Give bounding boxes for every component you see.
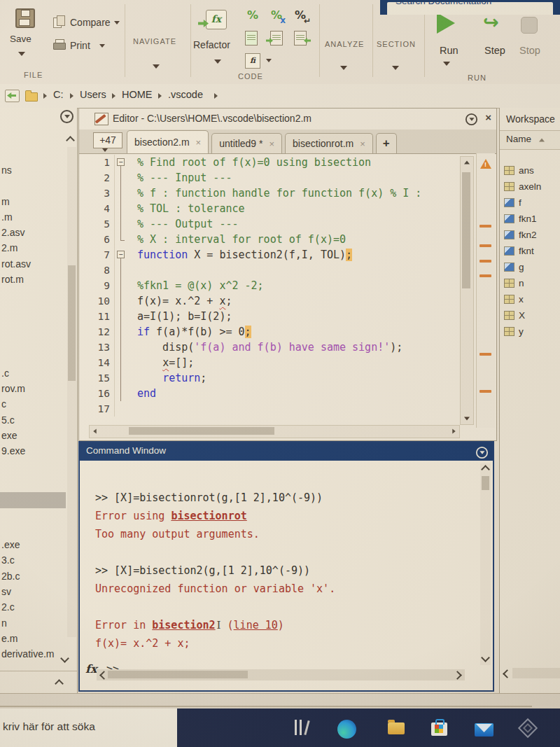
editor-tab[interactable]: bisection2.m×: [127, 130, 209, 153]
code-line[interactable]: 15 return;: [89, 370, 458, 386]
workspace-row[interactable]: y: [504, 323, 560, 340]
file-item[interactable]: ns: [0, 165, 66, 180]
file-item[interactable]: [0, 336, 66, 351]
workspace-row[interactable]: fknt: [504, 243, 560, 259]
compare-dropdown-icon[interactable]: [114, 21, 120, 25]
fold-gutter[interactable]: −: [114, 155, 127, 170]
scroll-up-icon[interactable]: [464, 161, 470, 165]
run-dropdown-icon[interactable]: [443, 62, 450, 66]
file-item[interactable]: 3.c: [0, 554, 66, 570]
workspace-horizontal-scrollbar[interactable]: [512, 668, 560, 678]
error-link[interactable]: bisection2: [152, 619, 215, 631]
file-item[interactable]: [0, 289, 66, 305]
code-editor[interactable]: 1−% Find root of f(x)=0 using bisection2…: [89, 155, 458, 417]
scrollbar-thumb[interactable]: [482, 476, 489, 490]
editor-close-icon[interactable]: ×: [485, 111, 491, 123]
refactor-button[interactable]: Refactor: [193, 39, 230, 50]
file-item[interactable]: [0, 461, 66, 477]
step-button[interactable]: Step: [484, 45, 505, 56]
wrap-comments-icon[interactable]: %↵: [291, 8, 309, 25]
navigate-group-button[interactable]: NAVIGATE: [133, 37, 176, 46]
file-item[interactable]: 2b.c: [0, 571, 66, 586]
new-tab-button[interactable]: +: [376, 133, 397, 153]
code-line[interactable]: 2% --- Input ---: [89, 170, 458, 186]
file-item[interactable]: rot.asv: [0, 258, 66, 274]
sidebar-scrollbar-thumb[interactable]: [68, 265, 76, 381]
line-jump-badge[interactable]: +47: [93, 132, 122, 148]
command-window-body[interactable]: , , , , >> [X]=bisectionrot(g,[1 2],10^(…: [80, 461, 493, 690]
editor-menu-icon[interactable]: [465, 113, 477, 125]
save-icon[interactable]: [15, 8, 35, 28]
crumb-arrow-icon[interactable]: [112, 93, 115, 99]
code-line[interactable]: 7−function X = bisection2(f,I, TOL);: [89, 247, 458, 263]
save-dropdown-icon[interactable]: [18, 52, 25, 56]
file-item[interactable]: 2.m: [0, 242, 66, 258]
comment-icon[interactable]: %: [244, 8, 262, 25]
workspace-row[interactable]: fkn2: [504, 227, 560, 243]
scroll-left-icon[interactable]: [503, 669, 512, 678]
analyzer-marker[interactable]: [479, 274, 491, 277]
warning-icon[interactable]: [480, 159, 491, 169]
analyze-group-button[interactable]: ANALYZE: [325, 40, 364, 48]
tab-close-icon[interactable]: ×: [360, 139, 365, 149]
collapse-icon[interactable]: −: [117, 158, 125, 166]
save-button[interactable]: Save: [10, 34, 31, 44]
run-icon[interactable]: [437, 13, 455, 34]
breadcrumb-item-drive[interactable]: C:: [53, 89, 64, 100]
browse-folder-icon[interactable]: [5, 90, 20, 102]
uncomment-icon[interactable]: %x: [267, 8, 286, 25]
file-item[interactable]: 5.c: [0, 414, 66, 430]
file-item[interactable]: [0, 305, 66, 321]
command-horizontal-scrollbar[interactable]: [97, 669, 465, 680]
indent-right-icon[interactable]: [270, 31, 283, 46]
breadcrumb-item-users[interactable]: Users: [80, 89, 106, 100]
analyze-dropdown-icon[interactable]: [340, 66, 347, 70]
command-window-menu-icon[interactable]: [476, 447, 488, 459]
editor-tab[interactable]: bisectionrot.m×: [285, 133, 373, 153]
search-documentation-input[interactable]: Search Documentation: [387, 2, 553, 15]
code-line[interactable]: 6% X : interval for root of f(x)=0: [89, 232, 458, 247]
code-line[interactable]: 8: [89, 263, 458, 278]
file-item[interactable]: [0, 180, 66, 195]
compare-button[interactable]: Compare: [70, 17, 111, 28]
function-indent-icon[interactable]: fi: [245, 53, 260, 69]
crumb-arrow-icon[interactable]: [43, 93, 47, 99]
file-item[interactable]: 9.exe: [0, 445, 66, 461]
indent-dropdown-icon[interactable]: [266, 59, 272, 62]
fx-prompt-icon[interactable]: fx: [85, 662, 97, 676]
microsoft-store-icon[interactable]: [431, 722, 447, 736]
file-item[interactable]: .exe: [0, 539, 66, 554]
code-line[interactable]: 14 x=[];: [89, 355, 458, 370]
app-cube-icon[interactable]: [518, 718, 538, 738]
file-item[interactable]: [0, 524, 66, 539]
panel-menu-icon[interactable]: [60, 110, 74, 123]
scroll-right-icon[interactable]: [452, 428, 456, 433]
sort-ascending-icon[interactable]: [539, 139, 545, 142]
file-item[interactable]: [0, 321, 66, 336]
workspace-row[interactable]: axeln: [504, 179, 560, 195]
run-button[interactable]: Run: [440, 45, 458, 56]
file-item[interactable]: .m: [0, 211, 66, 227]
file-item[interactable]: 2.asv: [0, 227, 66, 242]
collapse-panel-icon[interactable]: [55, 679, 64, 688]
scrollbar-thumb[interactable]: [108, 671, 248, 678]
print-button[interactable]: Print: [70, 40, 90, 51]
workspace-row[interactable]: g: [504, 259, 560, 275]
file-item[interactable]: sv: [0, 586, 66, 601]
code-line[interactable]: 9%fkn1 = @(x) x^2 -2;: [89, 278, 458, 293]
file-item[interactable]: [0, 352, 66, 368]
taskbar-search-input[interactable]: kriv här för att söka: [0, 708, 177, 747]
file-item[interactable]: c: [0, 398, 66, 414]
analyzer-marker[interactable]: [479, 244, 491, 247]
navigate-dropdown-icon[interactable]: [153, 64, 160, 69]
workspace-row[interactable]: f: [504, 195, 560, 211]
refactor-dropdown-icon[interactable]: [214, 60, 221, 64]
code-line[interactable]: 16end: [89, 386, 458, 401]
file-item[interactable]: 2.c: [0, 601, 66, 617]
tab-close-icon[interactable]: ×: [269, 139, 274, 149]
file-item[interactable]: [0, 492, 66, 508]
fold-gutter[interactable]: −: [114, 247, 127, 263]
code-line[interactable]: 13 disp('f(a) and f(b) have same sign!')…: [89, 340, 458, 355]
crumb-arrow-icon[interactable]: [70, 93, 74, 99]
command-vertical-scrollbar[interactable]: [480, 463, 491, 665]
